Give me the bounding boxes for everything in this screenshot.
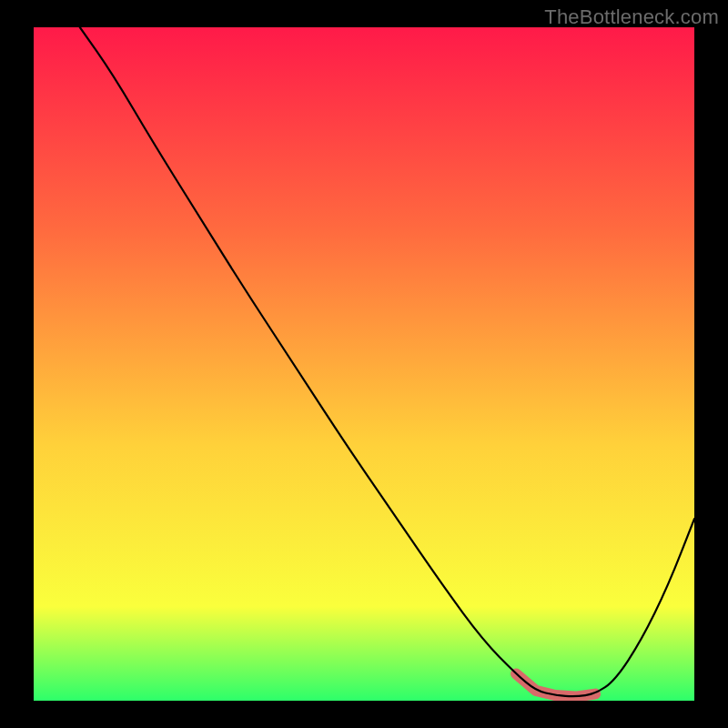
watermark-text: TheBottleneck.com: [544, 5, 719, 29]
chart-container: TheBottleneck.com: [0, 0, 728, 728]
gradient-background: [34, 27, 694, 701]
plot-area: [34, 27, 694, 701]
chart-svg: [34, 27, 694, 701]
